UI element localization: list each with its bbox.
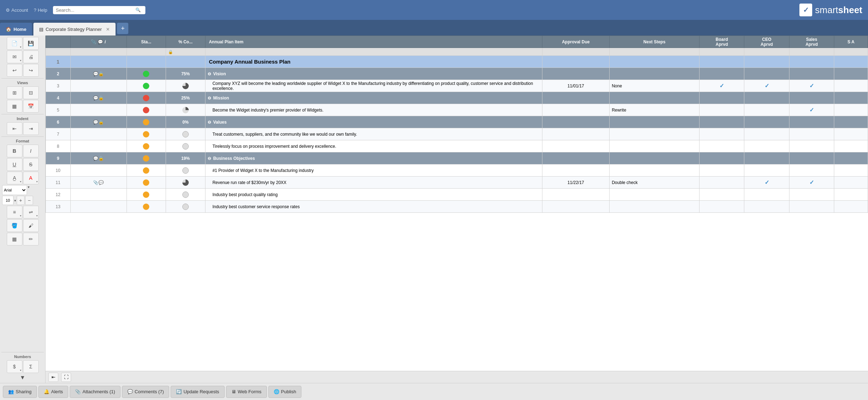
bottom-tab-update_requests[interactable]: 🔄Update Requests xyxy=(171,386,224,398)
sum-button[interactable]: Σ xyxy=(23,360,39,373)
lock-icon[interactable]: 🔒 xyxy=(98,96,104,101)
underline-button[interactable]: U xyxy=(7,158,22,171)
next-steps-cell[interactable] xyxy=(610,189,700,201)
annual-plan-cell[interactable]: #1 Provider of Widget X to the Manufactu… xyxy=(205,164,542,177)
expand-section-icon[interactable]: ⊖ xyxy=(208,96,211,101)
annual-plan-cell[interactable]: Revenue run rate of $230m/yr by 20XX xyxy=(205,177,542,189)
close-tab-icon[interactable]: ✕ xyxy=(106,27,110,32)
next-steps-cell[interactable] xyxy=(610,140,700,152)
bottom-tab-sharing[interactable]: 👥Sharing xyxy=(3,386,37,398)
save-button[interactable]: 💾 xyxy=(23,37,39,50)
highlight2-button[interactable]: ✏ xyxy=(23,233,39,245)
comment-icon[interactable]: 💬 xyxy=(93,71,98,76)
attach-icon[interactable]: 📎 xyxy=(93,180,98,185)
redo-button[interactable]: ↪ xyxy=(23,64,39,77)
col-header-board[interactable]: BoardAprvd xyxy=(699,36,744,48)
outdent-button[interactable]: ⇤ xyxy=(7,122,22,135)
annual-plan-cell[interactable]: ⊖Values xyxy=(205,116,542,128)
bottom-tab-attachments[interactable]: 📎Attachments (1) xyxy=(70,386,120,398)
approval-due-cell[interactable] xyxy=(542,128,610,140)
italic-button[interactable]: I xyxy=(23,145,39,157)
col-header-sales[interactable]: SalesAprvd xyxy=(789,36,834,48)
freeze-row-button[interactable]: ⇤ xyxy=(48,373,58,382)
next-steps-cell[interactable]: None xyxy=(610,80,700,92)
undo-button[interactable]: ↩ xyxy=(7,64,22,77)
next-steps-cell[interactable] xyxy=(610,201,700,213)
expand-section-icon[interactable]: ⊖ xyxy=(208,120,211,125)
annual-plan-cell[interactable]: Treat customers, suppliers, and the comm… xyxy=(205,128,542,140)
lock-icon[interactable]: 🔒 xyxy=(98,156,104,161)
strikethrough-button[interactable]: S xyxy=(23,158,39,171)
annual-plan-cell[interactable]: ⊖Vision xyxy=(205,68,542,80)
annual-plan-cell[interactable]: Industry best customer service response … xyxy=(205,201,542,213)
comment-icon[interactable]: 💬 xyxy=(93,156,98,161)
col-header-approval-due[interactable]: Approval Due xyxy=(542,36,610,48)
lock-icon[interactable]: 🔒 xyxy=(98,71,104,76)
card-view-button[interactable]: ⊟ xyxy=(23,86,39,99)
mail-button[interactable]: ✉ xyxy=(7,50,22,63)
highlight-button[interactable]: A̲ xyxy=(7,172,22,184)
comment-icon[interactable]: 💬 xyxy=(93,120,98,125)
print-button[interactable]: 🖨 xyxy=(23,50,39,63)
text-color-button[interactable]: A xyxy=(23,172,39,184)
bottom-tab-alerts[interactable]: 🔔Alerts xyxy=(38,386,68,398)
annual-plan-cell[interactable]: Company Annual Business Plan xyxy=(205,56,542,68)
lock-icon[interactable]: 🔒 xyxy=(98,120,104,125)
grid-view-button[interactable]: ⊞ xyxy=(7,86,22,99)
annual-plan-cell[interactable]: Industry best product quality rating xyxy=(205,189,542,201)
fill-button[interactable]: 🪣 xyxy=(7,219,22,232)
search-icon[interactable]: 🔍 xyxy=(135,7,141,12)
bottom-tab-publish[interactable]: 🌐Publish xyxy=(268,386,302,398)
grid[interactable]: 📎 💬 i Sta... % Co... Annual Plan Item Ap… xyxy=(45,36,868,371)
comment-icon[interactable]: 💬 xyxy=(93,96,98,101)
approval-due-cell[interactable] xyxy=(542,164,610,177)
add-tab-button[interactable]: + xyxy=(117,23,128,34)
col-header-pct[interactable]: % Co... xyxy=(166,36,205,48)
bottom-tab-web_forms[interactable]: 🖥Web Forms xyxy=(226,386,267,398)
annual-plan-cell[interactable]: Company XYZ will become the leading worl… xyxy=(205,80,542,92)
search-input[interactable] xyxy=(56,7,134,13)
align-button[interactable]: ≡ xyxy=(7,206,22,218)
bold-button[interactable]: B xyxy=(7,145,22,157)
approval-due-cell[interactable] xyxy=(542,104,610,116)
fullscreen-button[interactable]: ⛶ xyxy=(61,373,71,382)
help-link[interactable]: ? Help xyxy=(34,7,47,13)
calendar-view-button[interactable]: 📅 xyxy=(23,100,39,113)
annual-plan-cell[interactable]: Tirelessly focus on process improvement … xyxy=(205,140,542,152)
font-selector[interactable]: Arial xyxy=(2,185,27,195)
expand-section-icon[interactable]: ⊖ xyxy=(208,156,211,161)
tab-sheet[interactable]: ▤ Corporate Strategy Planner ✕ xyxy=(33,23,116,36)
col-header-s[interactable]: S A xyxy=(834,36,868,48)
annual-plan-cell[interactable]: ⊖Business Objectives xyxy=(205,152,542,164)
bottom-tab-comments[interactable]: 💬Comments (7) xyxy=(122,386,169,398)
expand-toolbar-button[interactable]: ▼ xyxy=(1,374,44,382)
approval-due-cell[interactable] xyxy=(542,140,610,152)
approval-due-cell[interactable] xyxy=(542,201,610,213)
approval-due-cell[interactable]: 11/01/17 xyxy=(542,80,610,92)
approval-due-cell[interactable] xyxy=(542,189,610,201)
col-header-ceo[interactable]: CEOAprvd xyxy=(744,36,789,48)
next-steps-cell[interactable] xyxy=(610,128,700,140)
indent-button[interactable]: ⇥ xyxy=(23,122,39,135)
font-size-decrease-button[interactable]: − xyxy=(25,196,33,205)
col-header-annual-plan[interactable]: Annual Plan Item xyxy=(205,36,542,48)
next-steps-cell[interactable]: Rewrite xyxy=(610,104,700,116)
next-steps-cell[interactable] xyxy=(610,164,700,177)
expand-section-icon[interactable]: ⊖ xyxy=(208,71,211,76)
approval-due-cell[interactable]: 11/22/17 xyxy=(542,177,610,189)
annual-plan-cell[interactable]: Become the Widget industry's premier pro… xyxy=(205,104,542,116)
currency-button[interactable]: $ xyxy=(7,360,22,373)
col-header-next-steps[interactable]: Next Steps xyxy=(610,36,700,48)
font-size-increase-button[interactable]: + xyxy=(17,196,25,205)
account-link[interactable]: ⚙ Account xyxy=(6,7,28,13)
next-steps-cell[interactable]: Double check xyxy=(610,177,700,189)
font-size-input[interactable] xyxy=(2,196,14,205)
tab-home[interactable]: 🏠 Home xyxy=(0,23,32,36)
col-header-status[interactable]: Sta... xyxy=(127,36,166,48)
paint-button[interactable]: 🖌 xyxy=(23,219,39,232)
wrap-button[interactable]: ⇌ xyxy=(23,206,39,218)
table-button[interactable]: ▦ xyxy=(7,233,22,245)
comment-icon[interactable]: 💬 xyxy=(98,180,104,185)
new-doc-button[interactable]: 📄 xyxy=(7,37,22,50)
gantt-view-button[interactable]: ▦ xyxy=(7,100,22,113)
